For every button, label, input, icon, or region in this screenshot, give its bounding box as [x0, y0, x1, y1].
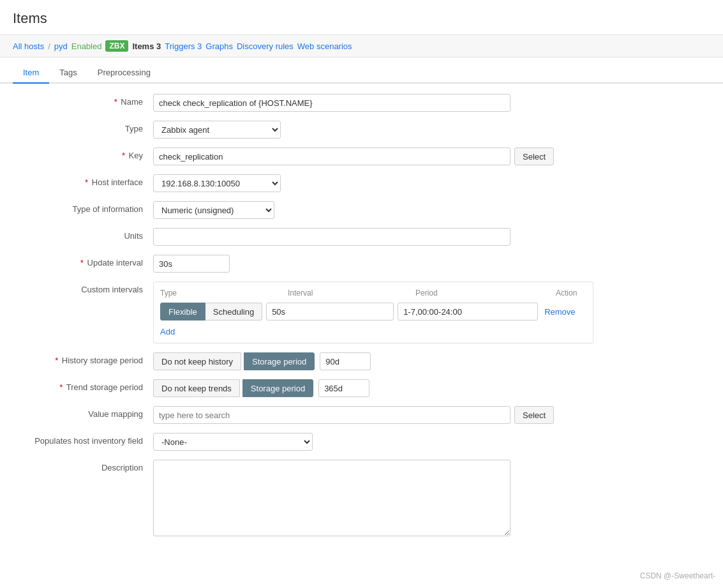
host-interface-label: * Host interface: [13, 174, 153, 187]
col-period-label: Period: [415, 289, 556, 298]
type-select[interactable]: Zabbix agent Zabbix agent (active) Simpl…: [153, 121, 281, 139]
units-input[interactable]: [153, 228, 511, 246]
key-input[interactable]: [153, 147, 511, 165]
trend-storage-label: * Trend storage period: [13, 379, 153, 392]
breadcrumb-discovery[interactable]: Discovery rules: [237, 41, 294, 51]
tab-tags[interactable]: Tags: [49, 63, 87, 84]
breadcrumb-items[interactable]: Items 3: [132, 41, 161, 51]
host-interface-required: *: [85, 177, 88, 187]
tab-item[interactable]: Item: [13, 63, 49, 84]
description-row: Description: [13, 460, 710, 536]
populate-host-select[interactable]: -None-: [153, 433, 313, 451]
description-textarea[interactable]: [153, 460, 511, 536]
history-storage-controls: Do not keep historyStorage period: [153, 352, 371, 370]
name-row: * Name: [13, 94, 710, 112]
value-mapping-row: Value mapping Select: [13, 406, 710, 424]
breadcrumb-zbx: ZBX: [105, 40, 128, 52]
trend-no-keep-btn[interactable]: Do not keep trends: [153, 379, 240, 397]
breadcrumb: All hosts / pyd Enabled ZBX Items 3 Trig…: [0, 34, 723, 57]
breadcrumb-webscenarios[interactable]: Web scenarios: [297, 41, 352, 51]
tabs-bar: Item Tags Preprocessing: [0, 63, 723, 84]
breadcrumb-allhosts[interactable]: All hosts: [13, 41, 44, 51]
type-info-select[interactable]: Numeric (unsigned) Numeric (float) Chara…: [153, 201, 274, 219]
history-storage-label: * History storage period: [13, 352, 153, 365]
custom-interval-row: FlexibleScheduling Remove: [160, 303, 586, 320]
custom-intervals-box: Type Interval Period Action FlexibleSche…: [153, 282, 593, 343]
type-info-row: Type of information Numeric (unsigned) N…: [13, 201, 710, 219]
update-interval-label: * Update interval: [13, 255, 153, 268]
type-info-label: Type of information: [13, 201, 153, 214]
type-label: Type: [13, 121, 153, 133]
value-mapping-label: Value mapping: [13, 406, 153, 419]
col-interval-label: Interval: [288, 289, 415, 298]
custom-intervals-label: Custom intervals: [13, 282, 153, 294]
type-toggle: FlexibleScheduling: [160, 303, 262, 320]
trend-required: *: [59, 382, 63, 392]
history-storage-row: * History storage period Do not keep his…: [13, 352, 710, 370]
units-label: Units: [13, 228, 153, 241]
key-row: * Key Select: [13, 147, 710, 165]
period-input[interactable]: [398, 303, 538, 320]
history-required: *: [55, 356, 58, 365]
btn-flexible[interactable]: Flexible: [160, 303, 205, 320]
name-required: *: [114, 97, 117, 107]
populate-host-label: Populates host inventory field: [13, 433, 153, 446]
page-title: Items: [0, 0, 723, 34]
col-action-label: Action: [556, 289, 586, 298]
name-input[interactable]: [153, 94, 511, 112]
remove-link[interactable]: Remove: [544, 307, 575, 317]
form-area: * Name Type Zabbix agent Zabbix agent (a…: [0, 84, 723, 555]
update-interval-row: * Update interval: [13, 255, 710, 273]
breadcrumb-triggers[interactable]: Triggers 3: [165, 41, 202, 51]
update-interval-input[interactable]: [153, 255, 230, 273]
interval-input[interactable]: [266, 303, 394, 320]
name-label: * Name: [13, 94, 153, 107]
btn-scheduling[interactable]: Scheduling: [205, 303, 262, 320]
update-interval-required: *: [80, 258, 84, 268]
trend-storage-period-btn[interactable]: Storage period: [242, 379, 313, 397]
breadcrumb-graphs[interactable]: Graphs: [205, 41, 233, 51]
custom-intervals-row: Custom intervals Type Interval Period Ac…: [13, 282, 710, 343]
trend-storage-value[interactable]: [318, 379, 369, 397]
units-row: Units: [13, 228, 710, 246]
history-storage-period-btn[interactable]: Storage period: [244, 352, 315, 370]
trend-storage-controls: Do not keep trendsStorage period: [153, 379, 369, 397]
breadcrumb-host[interactable]: pyd: [54, 41, 68, 51]
breadcrumb-enabled[interactable]: Enabled: [71, 41, 102, 51]
history-no-keep-btn[interactable]: Do not keep history: [153, 352, 241, 370]
key-select-button[interactable]: Select: [514, 147, 554, 165]
value-mapping-select-btn[interactable]: Select: [514, 406, 554, 424]
key-label: * Key: [13, 147, 153, 160]
custom-intervals-header: Type Interval Period Action: [160, 289, 586, 298]
value-mapping-input[interactable]: [153, 406, 511, 424]
history-storage-value[interactable]: [320, 352, 371, 370]
host-interface-row: * Host interface 192.168.8.130:10050: [13, 174, 710, 192]
tab-preprocessing[interactable]: Preprocessing: [87, 63, 161, 84]
breadcrumb-sep1: /: [48, 41, 50, 51]
trend-storage-row: * Trend storage period Do not keep trend…: [13, 379, 710, 397]
description-label: Description: [13, 460, 153, 472]
add-link[interactable]: Add: [160, 327, 175, 336]
host-interface-select[interactable]: 192.168.8.130:10050: [153, 174, 281, 192]
populate-host-row: Populates host inventory field -None-: [13, 433, 710, 451]
key-required: *: [122, 151, 125, 160]
col-type-label: Type: [160, 289, 288, 298]
type-row: Type Zabbix agent Zabbix agent (active) …: [13, 121, 710, 139]
